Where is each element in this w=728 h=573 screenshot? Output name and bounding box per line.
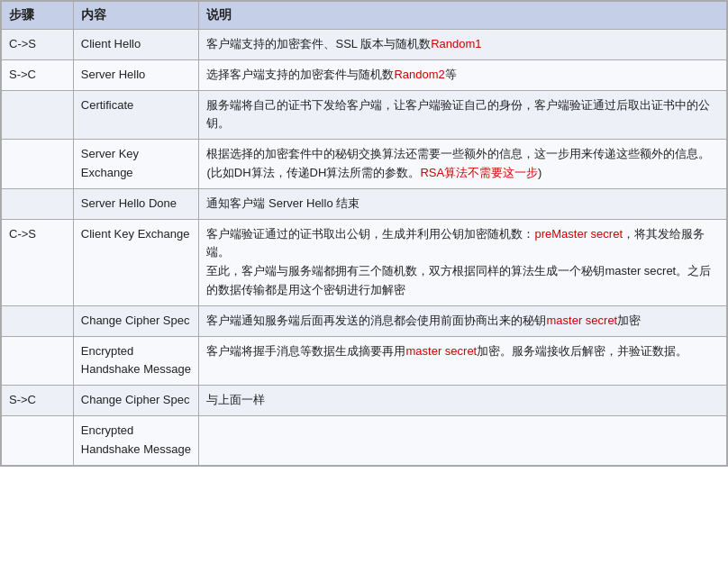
table-row: Server Key Exchange根据选择的加密套件中的秘钥交换算法还需要一… (2, 140, 727, 189)
desc-text: 客户端将握手消息等数据生成摘要再用 (206, 344, 405, 358)
table-row: C->SClient Key Exchange客户端验证通过的证书取出公钥，生成… (2, 219, 727, 305)
desc-text: 客户端支持的加密套件、SSL 版本与随机数 (206, 37, 431, 50)
cell-content: Encrypted Handshake Message (73, 336, 199, 386)
cell-step (2, 336, 74, 386)
cell-step (2, 140, 74, 189)
cell-desc: 服务端将自己的证书下发给客户端，让客户端验证自己的身份，客户端验证通过后取出证书… (199, 90, 727, 140)
desc-text: master secret (605, 264, 676, 277)
cell-desc: 客户端支持的加密套件、SSL 版本与随机数Random1 (199, 30, 727, 60)
cell-desc: 通知客户端 Server Hello 结束 (199, 188, 727, 219)
desc-text: 至此，客户端与服务端都拥有三个随机数，双方根据同样的算法生成一个秘钥 (206, 264, 605, 277)
cell-step: S->C (2, 386, 74, 416)
cell-step (2, 90, 74, 140)
desc-text: 服务端将自己的证书下发给客户端，让客户端验证自己的身份，客户端验证通过后取出证书… (206, 98, 710, 131)
desc-text: Random1 (431, 37, 481, 50)
cell-content: Change Cipher Spec (73, 386, 199, 416)
cell-desc: 客户端将握手消息等数据生成摘要再用master secret加密。服务端接收后解… (199, 336, 727, 386)
desc-text: 通知客户端 Server Hello 结束 (206, 196, 359, 210)
cell-step: C->S (2, 30, 74, 60)
cell-content: Server Hello (73, 59, 199, 90)
cell-step: C->S (2, 219, 74, 305)
ssl-handshake-table: 步骤 内容 说明 C->SClient Hello客户端支持的加密套件、SSL … (0, 0, 728, 467)
cell-content: Server Hello Done (73, 188, 199, 219)
desc-text: 等 (445, 68, 457, 81)
desc-text: RSA算法不需要这一步 (420, 166, 538, 179)
table-row: Certificate服务端将自己的证书下发给客户端，让客户端验证自己的身份，客… (2, 90, 727, 140)
table-row: Change Cipher Spec客户端通知服务端后面再发送的消息都会使用前面… (2, 305, 727, 336)
cell-step (2, 305, 74, 336)
desc-text: (比如DH算法，传递DH算法所需的参数。 (206, 166, 420, 179)
desc-text: 选择客户端支持的加密套件与随机数 (206, 68, 394, 81)
header-desc: 说明 (199, 2, 727, 30)
cell-step: S->C (2, 59, 74, 90)
desc-text: ) (538, 166, 541, 179)
cell-step (2, 188, 74, 219)
table-row: Encrypted Handshake Message (2, 415, 727, 465)
table-row: Encrypted Handshake Message客户端将握手消息等数据生成… (2, 336, 727, 386)
cell-step (2, 415, 74, 465)
table-row: C->SClient Hello客户端支持的加密套件、SSL 版本与随机数Ran… (2, 30, 727, 60)
desc-text: 与上面一样 (206, 393, 265, 406)
cell-desc: 客户端验证通过的证书取出公钥，生成并利用公钥加密随机数：preMaster se… (199, 219, 727, 305)
header-content: 内容 (73, 2, 199, 30)
cell-desc: 与上面一样 (199, 386, 727, 416)
desc-text: 根据选择的加密套件中的秘钥交换算法还需要一些额外的信息，这一步用来传递这些额外的… (206, 147, 710, 160)
desc-text: 加密 (617, 314, 641, 327)
table-row: S->CChange Cipher Spec与上面一样 (2, 386, 727, 416)
table-row: S->CServer Hello选择客户端支持的加密套件与随机数Random2等 (2, 59, 727, 90)
desc-text: Random2 (394, 68, 444, 81)
desc-text: 客户端通知服务端后面再发送的消息都会使用前面协商出来的秘钥 (206, 314, 546, 327)
desc-text: 加密。服务端接收后解密，并验证数据。 (477, 344, 687, 358)
cell-desc: 客户端通知服务端后面再发送的消息都会使用前面协商出来的秘钥master secr… (199, 305, 727, 336)
header-step: 步骤 (2, 2, 74, 30)
cell-content: Client Hello (73, 30, 199, 60)
cell-content: Encrypted Handshake Message (73, 415, 199, 465)
cell-content: Server Key Exchange (73, 140, 199, 189)
cell-desc (199, 415, 727, 465)
table-row: Server Hello Done通知客户端 Server Hello 结束 (2, 188, 727, 219)
desc-text: master secret (405, 344, 477, 358)
cell-content: Change Cipher Spec (73, 305, 199, 336)
desc-text: 客户端验证通过的证书取出公钥，生成并利用公钥加密随机数： (206, 227, 534, 241)
cell-content: Client Key Exchange (73, 219, 199, 305)
cell-desc: 选择客户端支持的加密套件与随机数Random2等 (199, 59, 727, 90)
cell-desc: 根据选择的加密套件中的秘钥交换算法还需要一些额外的信息，这一步用来传递这些额外的… (199, 140, 727, 189)
desc-text: preMaster secret (534, 227, 623, 241)
desc-text: master secret (546, 314, 617, 327)
cell-content: Certificate (73, 90, 199, 140)
